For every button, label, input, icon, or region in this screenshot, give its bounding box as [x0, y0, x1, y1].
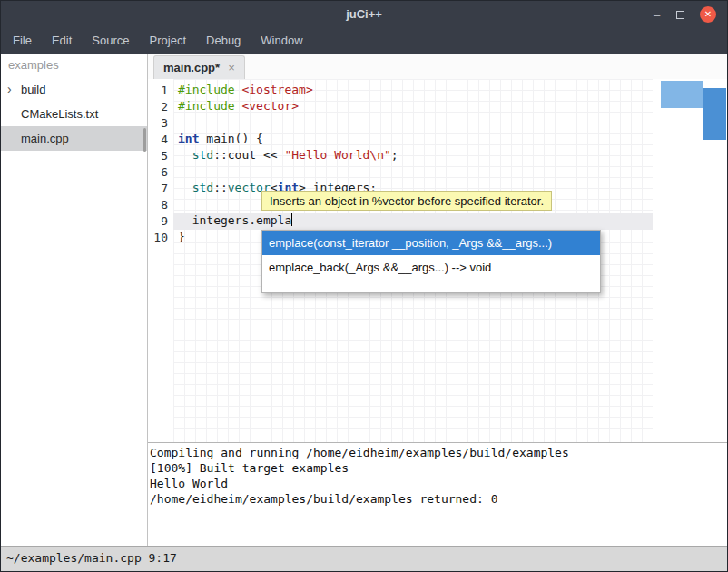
code-line[interactable]: int main() {	[173, 132, 727, 148]
menu-window[interactable]: Window	[251, 28, 312, 54]
code-segment: main() {	[199, 132, 262, 145]
tree-item-label: CMakeLists.txt	[21, 107, 98, 121]
line-number: 7	[148, 181, 173, 197]
sidebar-scrollbar-thumb[interactable]	[143, 128, 146, 152]
line-number: 9	[148, 213, 173, 230]
output-line: /home/eidheim/examples/build/examples re…	[150, 491, 725, 507]
editor-gutter: 12345678910	[148, 83, 173, 246]
tree-item-build[interactable]: › build	[1, 77, 147, 102]
doc-tooltip: Inserts an object in %vector before spec…	[261, 191, 552, 211]
line-number: 1	[148, 83, 173, 99]
editor-lines: #include <iostream>#include <vector>int …	[173, 83, 727, 246]
main-area: examples › build CMakeLists.txt main.cpp…	[1, 54, 727, 546]
menu-source[interactable]: Source	[82, 28, 139, 54]
code-segment: "Hello World\n"	[284, 148, 390, 162]
project-folder-label: examples	[1, 54, 147, 77]
code-editor[interactable]: 12345678910 #include <iostream>#include …	[148, 79, 727, 442]
app-window: juCi++ − ✕ File Edit Source Project Debu…	[0, 0, 728, 572]
line-number: 2	[148, 99, 173, 115]
line-number: 8	[148, 197, 173, 213]
tree-item-cmakelists[interactable]: CMakeLists.txt	[1, 102, 147, 126]
tabbar: main.cpp* ×	[148, 54, 727, 79]
window-title: juCi++	[1, 1, 727, 28]
line-number: 4	[148, 132, 173, 148]
menu-file[interactable]: File	[3, 28, 42, 54]
code-segment: }	[178, 230, 185, 243]
code-line[interactable]	[173, 115, 727, 132]
code-segment: <iostream>	[241, 83, 312, 96]
tab-label: main.cpp*	[163, 61, 220, 74]
autocomplete-item[interactable]: emplace_back(_Args &&__args...) --> void	[262, 255, 600, 280]
menubar: File Edit Source Project Debug Window	[1, 28, 727, 54]
autocomplete-item[interactable]: emplace(const_iterator __position, _Args…	[262, 231, 600, 255]
output-line: [100%] Built target examples	[150, 460, 725, 476]
code-segment: ::cout <<	[213, 148, 284, 162]
code-line[interactable]: #include <vector>	[173, 99, 727, 115]
code-segment	[178, 148, 192, 162]
tree-item-label: main.cpp	[21, 132, 69, 145]
menu-debug[interactable]: Debug	[196, 28, 251, 54]
tab-close-icon[interactable]: ×	[228, 61, 235, 74]
code-line[interactable]: std::cout << "Hello World\n";	[173, 148, 727, 164]
line-number: 10	[148, 230, 173, 246]
code-line[interactable]	[173, 164, 727, 181]
window-controls: − ✕	[653, 1, 716, 28]
code-segment: std	[192, 148, 213, 162]
overview-scrollbar-light[interactable]	[661, 81, 703, 108]
tab-maincpp[interactable]: main.cpp* ×	[153, 55, 245, 79]
overview-scrollbar-thumb[interactable]	[703, 88, 726, 140]
statusbar: ~/examples/main.cpp 9:17	[1, 546, 727, 571]
close-icon[interactable]: ✕	[700, 6, 716, 23]
code-segment: <vector>	[241, 99, 299, 113]
tree-item-label: build	[21, 83, 45, 96]
code-segment: std	[192, 181, 213, 194]
restore-icon[interactable]	[676, 11, 684, 19]
editor-pane: main.cpp* × 12345678910 #include <iostre…	[148, 54, 727, 546]
tree-item-maincpp[interactable]: main.cpp	[1, 126, 147, 151]
autocomplete-popup: emplace(const_iterator __position, _Args…	[261, 230, 601, 293]
code-line[interactable]: integers.empla	[173, 213, 727, 230]
line-number: 3	[148, 115, 173, 132]
code-segment: integers.empla	[178, 213, 291, 227]
output-panel[interactable]: Compiling and running /home/eidheim/exam…	[148, 442, 727, 546]
output-line: Hello World	[150, 476, 725, 491]
code-segment: ;	[391, 148, 398, 162]
minimize-icon[interactable]: −	[653, 8, 661, 22]
code-segment: int	[178, 132, 199, 145]
line-number: 5	[148, 148, 173, 164]
file-tree-panel: examples › build CMakeLists.txt main.cpp	[1, 54, 148, 546]
output-line: Compiling and running /home/eidheim/exam…	[150, 445, 725, 460]
titlebar[interactable]: juCi++ − ✕	[1, 1, 727, 28]
code-segment	[178, 181, 192, 194]
chevron-right-icon[interactable]: ›	[7, 77, 12, 102]
text-cursor	[291, 213, 292, 226]
menu-project[interactable]: Project	[140, 28, 196, 54]
code-segment: ::	[213, 181, 228, 194]
code-segment: #include	[178, 99, 241, 113]
code-line[interactable]: #include <iostream>	[173, 83, 727, 99]
line-number: 6	[148, 164, 173, 181]
code-segment: #include	[178, 83, 241, 96]
editor-overview-strip	[653, 79, 727, 442]
menu-edit[interactable]: Edit	[42, 28, 82, 54]
